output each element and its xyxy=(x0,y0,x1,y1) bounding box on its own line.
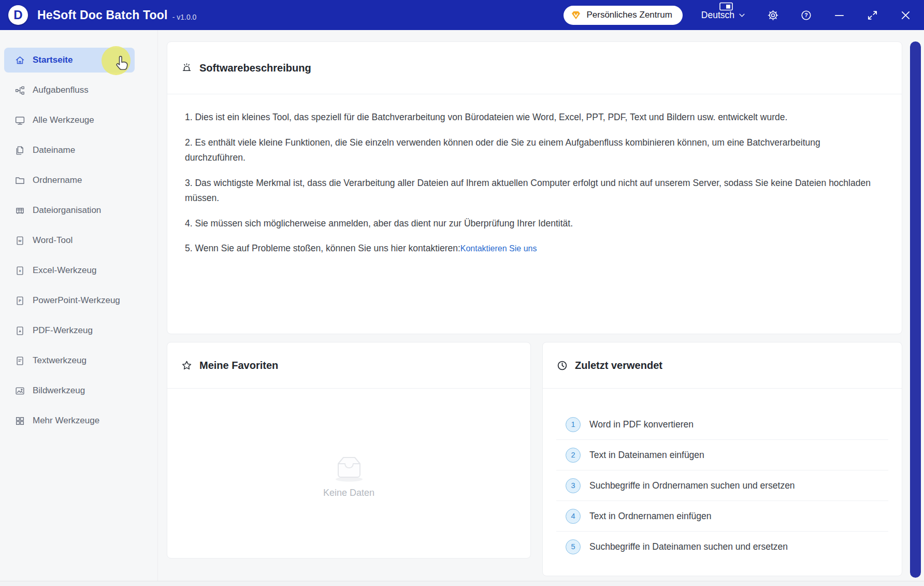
recent-item[interactable]: 1 Word in PDF konvertieren xyxy=(556,409,888,439)
app-logo: D xyxy=(8,5,28,25)
word-file-icon: w xyxy=(15,235,25,246)
recent-item-label: Suchbegriffe in Dateinamen suchen und er… xyxy=(589,541,788,552)
close-button[interactable] xyxy=(899,9,912,21)
personal-center-label: Persönliches Zentrum xyxy=(586,10,672,20)
scrollbar-thumb[interactable] xyxy=(910,41,921,578)
favorites-card: Meine Favoriten Keine Daten xyxy=(167,342,531,559)
recent-item-number: 3 xyxy=(566,478,581,493)
hand-cursor-icon xyxy=(112,54,131,73)
description-card-body: 1. Dies ist ein kleines Tool, das spezie… xyxy=(167,94,902,256)
empty-box-icon xyxy=(329,450,369,482)
pdf-file-icon xyxy=(15,325,25,336)
sidebar-item-excel-werkzeug[interactable]: x Excel-Werkzeug xyxy=(4,258,135,283)
paragraph-text: 1. Dies ist ein kleines Tool, das spezie… xyxy=(185,112,787,122)
favorites-card-header: Meine Favoriten xyxy=(167,342,530,389)
favorites-empty-state: Keine Daten xyxy=(167,389,530,560)
paragraph-text: 5. Wenn Sie auf Probleme stoßen, können … xyxy=(185,243,460,253)
sidebar-item-aufgabenfluss[interactable]: Aufgabenfluss xyxy=(4,78,135,103)
recent-item[interactable]: 4 Text in Ordnernamen einfügen xyxy=(556,501,888,531)
bottom-strip xyxy=(0,581,924,586)
sidebar-item-label: PowerPoint-Werkzeug xyxy=(33,295,120,306)
sidebar-item-label: Aufgabenfluss xyxy=(33,85,89,95)
personal-center-button[interactable]: Persönliches Zentrum xyxy=(564,6,682,25)
sidebar-item-label: Word-Tool xyxy=(33,235,73,246)
chevron-down-icon xyxy=(738,11,746,19)
clock-icon xyxy=(556,360,568,371)
recent-item-number: 2 xyxy=(566,448,581,463)
sidebar-item-word-tool[interactable]: w Word-Tool xyxy=(4,228,135,253)
paragraph-text: 2. Es enthält viele kleine Funktionen, d… xyxy=(185,137,820,163)
sidebar-item-label: Alle Werkzeuge xyxy=(33,115,94,125)
sidebar-item-label: Startseite xyxy=(33,55,73,65)
recent-card-header: Zuletzt verwendet xyxy=(543,342,902,389)
recent-item[interactable]: 3 Suchbegriffe in Ordnernamen suchen und… xyxy=(556,470,888,501)
svg-text:P: P xyxy=(19,298,21,303)
svg-text:?: ? xyxy=(804,12,807,18)
home-icon xyxy=(15,55,25,66)
logo-letter: D xyxy=(13,8,22,22)
recent-item-number: 1 xyxy=(566,417,581,432)
sidebar-item-dateiorganisation[interactable]: Dateiorganisation xyxy=(4,198,135,223)
description-paragraph: 1. Dies ist ein kleines Tool, das spezie… xyxy=(185,110,883,125)
app-title: HeSoft Doc Batch Tool xyxy=(37,8,168,22)
description-paragraph: 3. Das wichtigste Merkmal ist, dass die … xyxy=(185,176,883,206)
description-paragraph: 4. Sie müssen sich möglicherweise anmeld… xyxy=(185,216,883,232)
contact-link[interactable]: Kontaktieren Sie uns xyxy=(460,244,537,253)
sidebar-item-powerpoint-werkzeug[interactable]: P PowerPoint-Werkzeug xyxy=(4,288,135,313)
sidebar-item-label: Bildwerkzeug xyxy=(33,385,85,396)
text-file-icon xyxy=(15,355,25,366)
sidebar: Startseite Aufgabenfluss Alle Werkzeuge … xyxy=(0,30,158,581)
recent-card: Zuletzt verwendet 1 Word in PDF konverti… xyxy=(542,342,902,576)
sidebar-item-textwerkzeug[interactable]: Textwerkzeug xyxy=(4,348,135,373)
description-card-title: Softwarebeschreibung xyxy=(199,62,311,74)
workflow-icon xyxy=(15,85,25,96)
sidebar-item-alle-werkzeuge[interactable]: Alle Werkzeuge xyxy=(4,108,135,133)
paragraph-text: 4. Sie müssen sich möglicherweise anmeld… xyxy=(185,218,573,228)
maximize-button[interactable] xyxy=(866,9,878,21)
svg-text:w: w xyxy=(18,238,22,243)
recent-item-label: Text in Ordnernamen einfügen xyxy=(589,511,711,522)
scrollbar xyxy=(910,41,921,578)
recent-item[interactable]: 2 Text in Dateinamen einfügen xyxy=(556,439,888,470)
help-button[interactable]: ? xyxy=(800,9,812,21)
sidebar-item-label: Textwerkzeug xyxy=(33,355,86,366)
sidebar-item-mehr-werkzeuge[interactable]: Mehr Werkzeuge xyxy=(4,408,135,433)
sidebar-item-label: Ordnername xyxy=(33,175,82,185)
description-card-header: Softwarebeschreibung xyxy=(167,42,902,94)
sidebar-item-bildwerkzeug[interactable]: Bildwerkzeug xyxy=(4,378,135,403)
grid-icon xyxy=(15,416,25,426)
expand-icon xyxy=(867,9,878,21)
minimize-button[interactable] xyxy=(833,9,845,21)
sidebar-item-pdf-werkzeug[interactable]: PDF-Werkzeug xyxy=(4,318,135,343)
monitor-icon xyxy=(15,115,25,126)
recent-card-title: Zuletzt verwendet xyxy=(575,360,662,371)
recent-item-label: Text in Dateinamen einfügen xyxy=(589,450,704,461)
star-icon xyxy=(181,360,193,371)
minimize-icon xyxy=(833,9,845,21)
powerpoint-file-icon: P xyxy=(15,295,25,306)
description-paragraph: 2. Es enthält viele kleine Funktionen, d… xyxy=(185,135,883,166)
sidebar-item-ordnername[interactable]: Ordnername xyxy=(4,168,135,193)
image-icon xyxy=(15,385,25,396)
topbar: D HeSoft Doc Batch Tool - v1.0.0 Persönl… xyxy=(0,0,924,30)
gear-icon xyxy=(767,9,779,21)
recent-item-label: Suchbegriffe in Ordnernamen suchen und e… xyxy=(589,480,795,491)
main-content: Softwarebeschreibung 1. Dies ist ein kle… xyxy=(158,30,902,581)
folder-icon xyxy=(15,175,25,186)
settings-button[interactable] xyxy=(767,9,779,21)
sidebar-item-label: Dateiorganisation xyxy=(33,205,101,216)
description-paragraph: 5. Wenn Sie auf Probleme stoßen, können … xyxy=(185,241,883,256)
recent-item-label: Word in PDF konvertieren xyxy=(589,419,694,430)
recent-item-number: 4 xyxy=(566,509,581,524)
recent-item[interactable]: 5 Suchbegriffe in Dateinamen suchen und … xyxy=(556,531,888,562)
sidebar-item-dateiname[interactable]: Dateiname xyxy=(4,138,135,163)
app-version: - v1.0.0 xyxy=(172,9,197,21)
question-icon: ? xyxy=(800,9,812,21)
svg-text:x: x xyxy=(19,268,21,273)
sidebar-item-label: PDF-Werkzeug xyxy=(33,325,93,336)
siren-icon xyxy=(181,62,193,74)
sidebar-item-label: Mehr Werkzeuge xyxy=(33,416,99,426)
recent-list: 1 Word in PDF konvertieren 2 Text in Dat… xyxy=(543,389,902,562)
file-name-icon xyxy=(15,145,25,156)
favorites-card-title: Meine Favoriten xyxy=(199,360,278,371)
